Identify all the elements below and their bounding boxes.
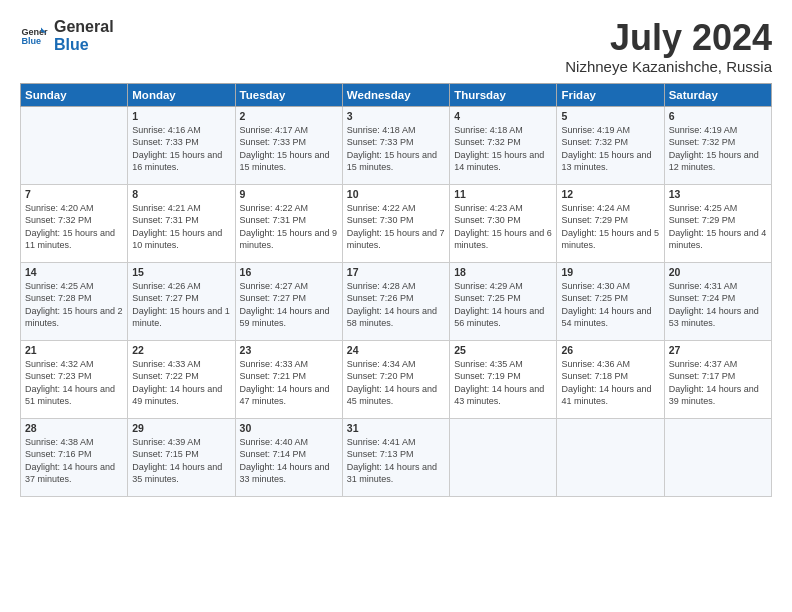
day-cell: 8Sunrise: 4:21 AMSunset: 7:31 PMDaylight… xyxy=(128,184,235,262)
week-row-2: 14Sunrise: 4:25 AMSunset: 7:28 PMDayligh… xyxy=(21,262,772,340)
day-cell: 21Sunrise: 4:32 AMSunset: 7:23 PMDayligh… xyxy=(21,340,128,418)
day-info: Sunrise: 4:21 AMSunset: 7:31 PMDaylight:… xyxy=(132,203,222,251)
day-info: Sunrise: 4:16 AMSunset: 7:33 PMDaylight:… xyxy=(132,125,222,173)
main-title: July 2024 xyxy=(565,18,772,58)
day-number: 5 xyxy=(561,110,659,122)
day-info: Sunrise: 4:40 AMSunset: 7:14 PMDaylight:… xyxy=(240,437,330,485)
day-cell: 4Sunrise: 4:18 AMSunset: 7:32 PMDaylight… xyxy=(450,106,557,184)
day-number: 25 xyxy=(454,344,552,356)
day-cell: 22Sunrise: 4:33 AMSunset: 7:22 PMDayligh… xyxy=(128,340,235,418)
day-cell: 9Sunrise: 4:22 AMSunset: 7:31 PMDaylight… xyxy=(235,184,342,262)
week-row-3: 21Sunrise: 4:32 AMSunset: 7:23 PMDayligh… xyxy=(21,340,772,418)
day-cell xyxy=(450,418,557,496)
header-monday: Monday xyxy=(128,83,235,106)
header-row: SundayMondayTuesdayWednesdayThursdayFrid… xyxy=(21,83,772,106)
day-number: 22 xyxy=(132,344,230,356)
subtitle: Nizhneye Kazanishche, Russia xyxy=(565,58,772,75)
day-cell: 23Sunrise: 4:33 AMSunset: 7:21 PMDayligh… xyxy=(235,340,342,418)
day-info: Sunrise: 4:24 AMSunset: 7:29 PMDaylight:… xyxy=(561,203,659,251)
page: General Blue General Blue July 2024 Nizh… xyxy=(0,0,792,612)
day-number: 3 xyxy=(347,110,445,122)
day-number: 4 xyxy=(454,110,552,122)
logo-icon: General Blue xyxy=(20,22,48,50)
day-cell: 31Sunrise: 4:41 AMSunset: 7:13 PMDayligh… xyxy=(342,418,449,496)
week-row-1: 7Sunrise: 4:20 AMSunset: 7:32 PMDaylight… xyxy=(21,184,772,262)
day-cell: 7Sunrise: 4:20 AMSunset: 7:32 PMDaylight… xyxy=(21,184,128,262)
day-info: Sunrise: 4:36 AMSunset: 7:18 PMDaylight:… xyxy=(561,359,651,407)
header-friday: Friday xyxy=(557,83,664,106)
day-cell: 2Sunrise: 4:17 AMSunset: 7:33 PMDaylight… xyxy=(235,106,342,184)
day-number: 2 xyxy=(240,110,338,122)
day-cell: 1Sunrise: 4:16 AMSunset: 7:33 PMDaylight… xyxy=(128,106,235,184)
day-number: 13 xyxy=(669,188,767,200)
day-info: Sunrise: 4:25 AMSunset: 7:29 PMDaylight:… xyxy=(669,203,767,251)
day-cell: 13Sunrise: 4:25 AMSunset: 7:29 PMDayligh… xyxy=(664,184,771,262)
day-cell: 5Sunrise: 4:19 AMSunset: 7:32 PMDaylight… xyxy=(557,106,664,184)
day-cell: 3Sunrise: 4:18 AMSunset: 7:33 PMDaylight… xyxy=(342,106,449,184)
day-cell: 25Sunrise: 4:35 AMSunset: 7:19 PMDayligh… xyxy=(450,340,557,418)
day-number: 18 xyxy=(454,266,552,278)
day-info: Sunrise: 4:29 AMSunset: 7:25 PMDaylight:… xyxy=(454,281,544,329)
day-cell: 15Sunrise: 4:26 AMSunset: 7:27 PMDayligh… xyxy=(128,262,235,340)
day-info: Sunrise: 4:37 AMSunset: 7:17 PMDaylight:… xyxy=(669,359,759,407)
day-cell: 11Sunrise: 4:23 AMSunset: 7:30 PMDayligh… xyxy=(450,184,557,262)
day-number: 26 xyxy=(561,344,659,356)
week-row-4: 28Sunrise: 4:38 AMSunset: 7:16 PMDayligh… xyxy=(21,418,772,496)
logo: General Blue General Blue xyxy=(20,18,114,53)
day-cell: 17Sunrise: 4:28 AMSunset: 7:26 PMDayligh… xyxy=(342,262,449,340)
day-number: 14 xyxy=(25,266,123,278)
day-number: 19 xyxy=(561,266,659,278)
day-cell: 26Sunrise: 4:36 AMSunset: 7:18 PMDayligh… xyxy=(557,340,664,418)
day-cell: 18Sunrise: 4:29 AMSunset: 7:25 PMDayligh… xyxy=(450,262,557,340)
day-info: Sunrise: 4:35 AMSunset: 7:19 PMDaylight:… xyxy=(454,359,544,407)
day-info: Sunrise: 4:20 AMSunset: 7:32 PMDaylight:… xyxy=(25,203,115,251)
day-info: Sunrise: 4:18 AMSunset: 7:32 PMDaylight:… xyxy=(454,125,544,173)
day-number: 6 xyxy=(669,110,767,122)
day-cell: 6Sunrise: 4:19 AMSunset: 7:32 PMDaylight… xyxy=(664,106,771,184)
day-number: 10 xyxy=(347,188,445,200)
day-info: Sunrise: 4:22 AMSunset: 7:31 PMDaylight:… xyxy=(240,203,338,251)
day-info: Sunrise: 4:26 AMSunset: 7:27 PMDaylight:… xyxy=(132,281,230,329)
day-info: Sunrise: 4:39 AMSunset: 7:15 PMDaylight:… xyxy=(132,437,222,485)
day-cell: 19Sunrise: 4:30 AMSunset: 7:25 PMDayligh… xyxy=(557,262,664,340)
day-info: Sunrise: 4:33 AMSunset: 7:21 PMDaylight:… xyxy=(240,359,330,407)
header-wednesday: Wednesday xyxy=(342,83,449,106)
header-tuesday: Tuesday xyxy=(235,83,342,106)
day-number: 23 xyxy=(240,344,338,356)
day-info: Sunrise: 4:22 AMSunset: 7:30 PMDaylight:… xyxy=(347,203,445,251)
day-number: 27 xyxy=(669,344,767,356)
day-info: Sunrise: 4:32 AMSunset: 7:23 PMDaylight:… xyxy=(25,359,115,407)
day-number: 16 xyxy=(240,266,338,278)
day-number: 8 xyxy=(132,188,230,200)
day-number: 15 xyxy=(132,266,230,278)
day-info: Sunrise: 4:30 AMSunset: 7:25 PMDaylight:… xyxy=(561,281,651,329)
day-number: 1 xyxy=(132,110,230,122)
day-cell xyxy=(557,418,664,496)
day-cell: 27Sunrise: 4:37 AMSunset: 7:17 PMDayligh… xyxy=(664,340,771,418)
day-cell: 14Sunrise: 4:25 AMSunset: 7:28 PMDayligh… xyxy=(21,262,128,340)
day-info: Sunrise: 4:18 AMSunset: 7:33 PMDaylight:… xyxy=(347,125,437,173)
day-number: 28 xyxy=(25,422,123,434)
day-info: Sunrise: 4:25 AMSunset: 7:28 PMDaylight:… xyxy=(25,281,123,329)
day-info: Sunrise: 4:17 AMSunset: 7:33 PMDaylight:… xyxy=(240,125,330,173)
day-number: 12 xyxy=(561,188,659,200)
logo-blue: Blue xyxy=(54,36,114,54)
day-info: Sunrise: 4:33 AMSunset: 7:22 PMDaylight:… xyxy=(132,359,222,407)
day-number: 20 xyxy=(669,266,767,278)
day-info: Sunrise: 4:19 AMSunset: 7:32 PMDaylight:… xyxy=(669,125,759,173)
day-number: 24 xyxy=(347,344,445,356)
day-info: Sunrise: 4:31 AMSunset: 7:24 PMDaylight:… xyxy=(669,281,759,329)
day-number: 31 xyxy=(347,422,445,434)
day-info: Sunrise: 4:41 AMSunset: 7:13 PMDaylight:… xyxy=(347,437,437,485)
day-info: Sunrise: 4:19 AMSunset: 7:32 PMDaylight:… xyxy=(561,125,651,173)
day-cell: 30Sunrise: 4:40 AMSunset: 7:14 PMDayligh… xyxy=(235,418,342,496)
day-cell: 16Sunrise: 4:27 AMSunset: 7:27 PMDayligh… xyxy=(235,262,342,340)
day-cell: 28Sunrise: 4:38 AMSunset: 7:16 PMDayligh… xyxy=(21,418,128,496)
title-block: July 2024 Nizhneye Kazanishche, Russia xyxy=(565,18,772,75)
header-saturday: Saturday xyxy=(664,83,771,106)
day-info: Sunrise: 4:34 AMSunset: 7:20 PMDaylight:… xyxy=(347,359,437,407)
day-cell: 20Sunrise: 4:31 AMSunset: 7:24 PMDayligh… xyxy=(664,262,771,340)
day-cell: 29Sunrise: 4:39 AMSunset: 7:15 PMDayligh… xyxy=(128,418,235,496)
day-number: 30 xyxy=(240,422,338,434)
calendar-table: SundayMondayTuesdayWednesdayThursdayFrid… xyxy=(20,83,772,497)
